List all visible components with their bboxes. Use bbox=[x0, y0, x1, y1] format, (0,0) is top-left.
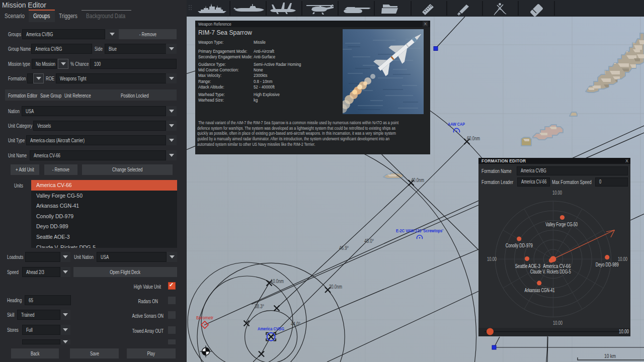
svg-text:10.00: 10.00 bbox=[487, 256, 497, 262]
svg-text:60.0nm: 60.0nm bbox=[467, 136, 480, 141]
svg-text:45.0°: 45.0° bbox=[364, 238, 374, 244]
svg-text:40.0nm: 40.0nm bbox=[411, 177, 424, 183]
svg-text:Valley Forge CG-50: Valley Forge CG-50 bbox=[545, 222, 578, 227]
svg-text:46.9°: 46.9° bbox=[339, 245, 349, 251]
svg-text:10.00: 10.00 bbox=[618, 256, 627, 262]
svg-text:Conolly DD-979: Conolly DD-979 bbox=[506, 243, 533, 248]
svg-text:20.0nm: 20.0nm bbox=[329, 284, 342, 290]
svg-text:10.00: 10.00 bbox=[619, 329, 629, 334]
svg-text:E-2C VAW-123 'Screwtops': E-2C VAW-123 'Screwtops' bbox=[396, 228, 443, 233]
svg-text:Deyo DD-989: Deyo DD-989 bbox=[596, 262, 619, 267]
svg-text:44.0°: 44.0° bbox=[291, 321, 300, 327]
svg-text:Barometr: Barometr bbox=[196, 315, 213, 320]
svg-text:10.0nm: 10.0nm bbox=[271, 279, 284, 284]
svg-text:America CV-66: America CV-66 bbox=[543, 263, 571, 269]
svg-text:10.00: 10.00 bbox=[552, 190, 562, 196]
svg-text:America CVBG: America CVBG bbox=[258, 326, 284, 331]
svg-text:Claude V. Rickets DDG-5: Claude V. Rickets DDG-5 bbox=[530, 269, 571, 275]
svg-text:10 km: 10 km bbox=[604, 353, 616, 359]
svg-text:10.00: 10.00 bbox=[553, 320, 562, 326]
svg-text:Arkansas CGN-41: Arkansas CGN-41 bbox=[525, 288, 555, 293]
svg-text:Seattle AOE-3: Seattle AOE-3 bbox=[515, 263, 540, 269]
svg-text:AAW CAP: AAW CAP bbox=[448, 121, 465, 127]
svg-text:38.3°: 38.3° bbox=[255, 304, 264, 309]
